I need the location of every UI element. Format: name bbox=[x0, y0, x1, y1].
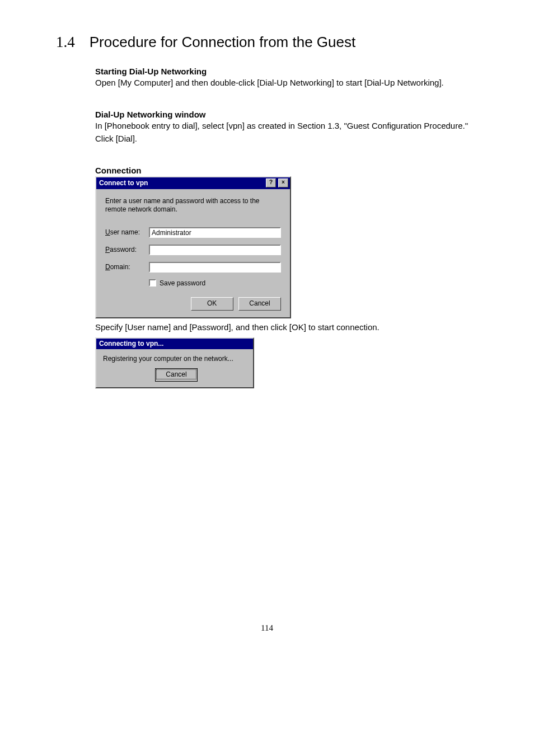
section-heading: 1.4Procedure for Connection from the Gue… bbox=[56, 34, 478, 51]
password-input[interactable] bbox=[149, 245, 281, 255]
connecting-cancel-button[interactable]: Cancel bbox=[155, 368, 198, 382]
ok-button[interactable]: OK bbox=[191, 297, 233, 311]
domain-label: Domain: bbox=[105, 263, 149, 271]
username-label: User name: bbox=[105, 228, 149, 236]
para-dialup-1: In [Phonebook entry to dial], select [vp… bbox=[95, 120, 478, 132]
dialog-title: Connect to vpn bbox=[99, 179, 264, 187]
subheading-starting: Starting Dial-Up Networking bbox=[95, 67, 478, 76]
para-starting: Open [My Computer] and then double-click… bbox=[95, 77, 478, 88]
cancel-button[interactable]: Cancel bbox=[238, 297, 281, 311]
save-password-label: Save password bbox=[160, 279, 205, 287]
page-number: 114 bbox=[56, 623, 478, 633]
save-password-checkbox[interactable] bbox=[149, 279, 156, 287]
section-title: Procedure for Connection from the Guest bbox=[90, 34, 355, 50]
connecting-status: Registering your computer on the network… bbox=[103, 355, 246, 363]
password-label: Password: bbox=[105, 246, 149, 253]
subheading-connection: Connection bbox=[95, 166, 478, 175]
para-dialup-2: Click [Dial]. bbox=[95, 133, 478, 144]
subheading-dialup-window: Dial-Up Networking window bbox=[95, 110, 478, 119]
help-button[interactable]: ? bbox=[266, 179, 276, 187]
titlebar-2[interactable]: Connecting to vpn... bbox=[96, 339, 253, 349]
connect-dialog: Connect to vpn ? × Enter a user name and… bbox=[95, 176, 291, 318]
para-after-dialog1: Specify [User name] and [Password], and … bbox=[95, 322, 478, 333]
close-button[interactable]: × bbox=[278, 179, 288, 187]
connecting-dialog: Connecting to vpn... Registering your co… bbox=[95, 337, 254, 388]
dialog2-title: Connecting to vpn... bbox=[99, 340, 251, 348]
username-input[interactable]: Administrator bbox=[149, 227, 281, 238]
dialog-instruction: Enter a user name and password with acce… bbox=[105, 197, 281, 214]
domain-input[interactable] bbox=[149, 262, 281, 273]
titlebar[interactable]: Connect to vpn ? × bbox=[96, 177, 290, 189]
section-number: 1.4 bbox=[56, 34, 75, 50]
